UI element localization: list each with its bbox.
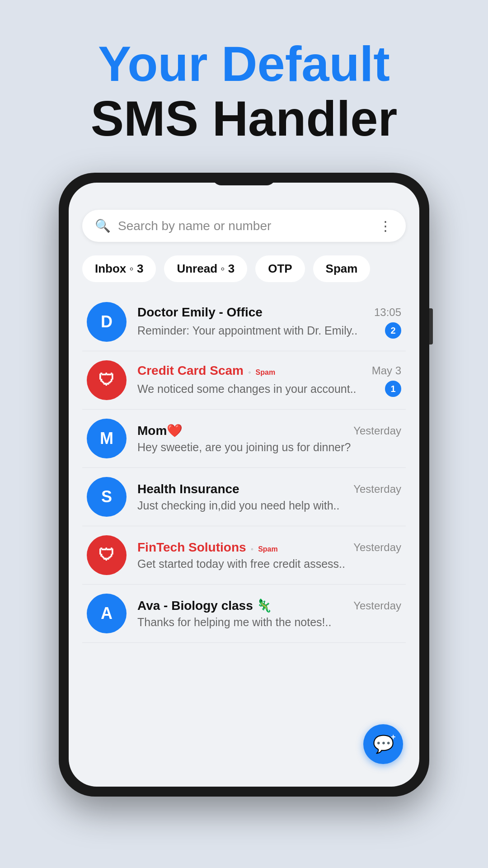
msg-preview: Thanks for helping me with the notes!..	[137, 616, 401, 629]
separator: ◦	[246, 368, 253, 376]
msg-preview-row: Thanks for helping me with the notes!..	[137, 616, 401, 629]
msg-name-wrap: Mom❤️	[137, 423, 183, 438]
phone-screen: 🔍 Search by name or number ⋮ Inbox ◦ 3 U…	[69, 183, 419, 787]
msg-name: FinTech Solutions	[137, 540, 246, 554]
avatar: 🛡	[87, 535, 127, 575]
msg-name: Mom❤️	[137, 424, 183, 438]
msg-time: Yesterday	[353, 599, 401, 612]
new-message-fab[interactable]: 💬+	[363, 724, 403, 764]
search-input[interactable]: Search by name or number	[118, 219, 379, 233]
compose-icon: 💬+	[373, 734, 394, 754]
msg-content: Mom❤️ Yesterday Hey sweetie, are you joi…	[137, 423, 401, 454]
message-list: D Doctor Emily - Office 13:05 Reminder: …	[82, 293, 406, 778]
msg-time: May 3	[372, 364, 401, 377]
msg-preview: Just checking in,did you need help with.…	[137, 499, 401, 512]
msg-preview: Hey sweetie, are you joining us for dinn…	[137, 441, 401, 454]
msg-name: Ava - Biology class 🦎	[137, 599, 272, 613]
avatar: S	[87, 477, 127, 517]
avatar: M	[87, 419, 127, 458]
msg-content: Health Insurance Yesterday Just checking…	[137, 482, 401, 512]
msg-name-wrap: Doctor Emily - Office	[137, 305, 263, 320]
shield-icon: 🛡	[99, 546, 115, 565]
tab-unread[interactable]: Unread ◦ 3	[164, 255, 247, 282]
msg-preview: We noticed some changes in your account.…	[137, 382, 380, 396]
message-item-health-insurance[interactable]: S Health Insurance Yesterday Just checki…	[82, 468, 406, 526]
phone-frame: 🔍 Search by name or number ⋮ Inbox ◦ 3 U…	[59, 173, 429, 797]
msg-content: Ava - Biology class 🦎 Yesterday Thanks f…	[137, 598, 401, 629]
msg-name-wrap: FinTech Solutions ◦ Spam	[137, 540, 278, 555]
msg-preview: Get started today with free credit asses…	[137, 557, 401, 571]
msg-content: Credit Card Scam ◦ Spam May 3 We noticed…	[137, 363, 401, 397]
message-item-credit-card-scam[interactable]: 🛡 Credit Card Scam ◦ Spam May 3 We notic…	[82, 351, 406, 410]
msg-preview-row: Just checking in,did you need help with.…	[137, 499, 401, 512]
msg-name: Health Insurance	[137, 482, 239, 496]
msg-preview-row: Reminder: Your appointment with Dr. Emil…	[137, 322, 401, 339]
unread-badge: 2	[385, 322, 401, 339]
tab-inbox[interactable]: Inbox ◦ 3	[82, 255, 156, 282]
avatar-letter: S	[101, 487, 112, 506]
headline-line1: Your Default	[91, 36, 397, 91]
msg-preview-row: We noticed some changes in your account.…	[137, 381, 401, 397]
avatar: D	[87, 302, 127, 342]
headline-line2: SMS Handler	[91, 91, 397, 146]
msg-header: Doctor Emily - Office 13:05	[137, 305, 401, 320]
msg-name-wrap: Credit Card Scam ◦ Spam	[137, 363, 275, 378]
spam-label: Spam	[256, 368, 276, 376]
shield-icon: 🛡	[99, 371, 115, 390]
tab-spam[interactable]: Spam	[313, 255, 371, 282]
msg-preview: Reminder: Your appointment with Dr. Emil…	[137, 324, 380, 337]
app-content: 🔍 Search by name or number ⋮ Inbox ◦ 3 U…	[69, 201, 419, 787]
msg-header: FinTech Solutions ◦ Spam Yesterday	[137, 540, 401, 555]
msg-header: Credit Card Scam ◦ Spam May 3	[137, 363, 401, 378]
phone-mockup: 🔍 Search by name or number ⋮ Inbox ◦ 3 U…	[59, 173, 429, 797]
phone-side-button	[429, 308, 433, 344]
unread-badge: 1	[385, 381, 401, 397]
headline-section: Your Default SMS Handler	[91, 36, 397, 146]
avatar-letter: M	[100, 429, 113, 448]
msg-header: Mom❤️ Yesterday	[137, 423, 401, 438]
msg-time: Yesterday	[353, 483, 401, 495]
msg-time: Yesterday	[353, 425, 401, 437]
spam-label: Spam	[258, 545, 278, 553]
avatar: A	[87, 594, 127, 633]
message-item-doctor-emily[interactable]: D Doctor Emily - Office 13:05 Reminder: …	[82, 293, 406, 351]
message-item-mom[interactable]: M Mom❤️ Yesterday Hey sweetie, are you j…	[82, 410, 406, 468]
filter-tabs: Inbox ◦ 3 Unread ◦ 3 OTP Spam	[82, 255, 406, 282]
message-item-ava-biology[interactable]: A Ava - Biology class 🦎 Yesterday Thanks…	[82, 585, 406, 643]
msg-header: Ava - Biology class 🦎 Yesterday	[137, 598, 401, 613]
search-bar[interactable]: 🔍 Search by name or number ⋮	[82, 210, 406, 242]
avatar: 🛡	[87, 360, 127, 400]
search-icon: 🔍	[95, 218, 111, 233]
msg-name-wrap: Ava - Biology class 🦎	[137, 598, 272, 613]
separator: ◦	[249, 545, 256, 553]
tab-otp[interactable]: OTP	[255, 255, 305, 282]
msg-name: Credit Card Scam	[137, 363, 244, 377]
msg-preview-row: Hey sweetie, are you joining us for dinn…	[137, 441, 401, 454]
msg-name: Doctor Emily - Office	[137, 305, 263, 319]
phone-notch	[212, 173, 276, 185]
avatar-letter: D	[101, 312, 113, 331]
message-item-fintech-solutions[interactable]: 🛡 FinTech Solutions ◦ Spam Yesterday Get…	[82, 526, 406, 585]
msg-time: Yesterday	[353, 541, 401, 554]
msg-content: FinTech Solutions ◦ Spam Yesterday Get s…	[137, 540, 401, 571]
msg-content: Doctor Emily - Office 13:05 Reminder: Yo…	[137, 305, 401, 339]
more-options-icon[interactable]: ⋮	[379, 218, 393, 234]
msg-header: Health Insurance Yesterday	[137, 482, 401, 496]
msg-time: 13:05	[374, 306, 401, 319]
msg-name-wrap: Health Insurance	[137, 482, 239, 496]
avatar-letter: A	[101, 604, 113, 623]
msg-preview-row: Get started today with free credit asses…	[137, 557, 401, 571]
